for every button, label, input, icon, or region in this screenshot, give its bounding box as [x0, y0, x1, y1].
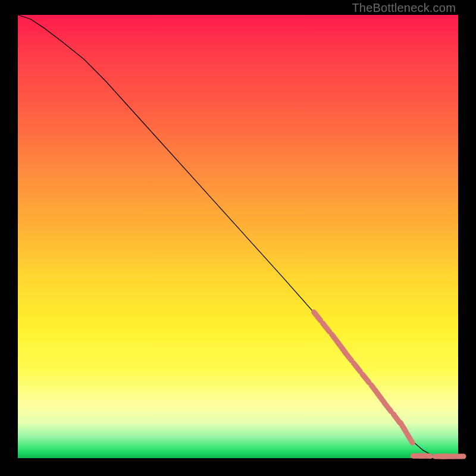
curve-line [18, 15, 458, 458]
svg-line-12 [407, 434, 412, 443]
highlight-dots-diagonal [314, 312, 413, 443]
svg-line-9 [384, 403, 391, 411]
svg-line-5 [353, 363, 360, 371]
svg-line-11 [400, 422, 406, 432]
svg-line-1 [322, 323, 329, 331]
svg-line-0 [314, 312, 321, 321]
watermark-text: TheBottleneck.com [352, 1, 456, 15]
svg-line-4 [345, 352, 351, 361]
chart-svg [18, 15, 458, 458]
highlight-dots-tail [413, 456, 464, 456]
svg-line-14 [420, 456, 431, 456]
svg-line-6 [362, 374, 369, 383]
chart-frame [18, 15, 458, 458]
